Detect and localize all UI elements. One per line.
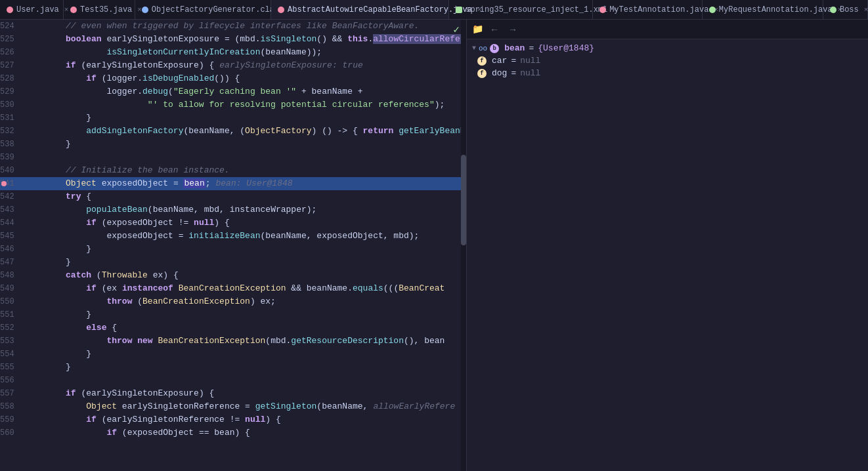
table-row: 556 xyxy=(0,374,466,387)
tab-label: AbstractAutowireCapableBeanFactory.java xyxy=(288,5,472,14)
tab-icon-class xyxy=(142,7,148,13)
line-number: 540 xyxy=(0,164,21,177)
table-row: 549 if (ex instanceof BeanCreationExcept… xyxy=(0,282,466,295)
table-row: 525 boolean earlySingletonExposure = (mb… xyxy=(0,33,466,46)
code-line: if (exposedObject == bean) { xyxy=(21,426,466,440)
line-number: 551 xyxy=(0,308,21,321)
tab-myrequestannotation-java[interactable]: MyRequestAnnotation.java × xyxy=(703,0,823,20)
code-line: if (ex instanceof BeanCreationException … xyxy=(21,282,466,295)
table-row: 555 } xyxy=(0,361,466,374)
tab-label: User.java xyxy=(16,5,59,14)
code-line: else { xyxy=(21,321,466,335)
tree-item-bean[interactable]: ▼ oo b bean = {User@1848} xyxy=(467,42,868,54)
tab-mytestannotation-java[interactable]: MyTestAnnotation.java × xyxy=(593,0,703,20)
tree-val-bean: {User@1848} xyxy=(538,43,594,53)
line-number: 560 xyxy=(0,426,21,440)
expand-icon: ▼ xyxy=(472,45,476,52)
table-row: 524 // even when triggered by lifecycle … xyxy=(0,20,466,33)
tab-test35-java[interactable]: Test35.java × xyxy=(64,0,135,20)
code-line: } xyxy=(21,138,466,151)
line-number: 555 xyxy=(0,361,21,374)
table-row: 542 try { xyxy=(0,190,466,203)
tab-icon-java4 xyxy=(599,7,606,13)
table-row: 558 Object earlySingletonReference = get… xyxy=(0,400,466,413)
code-line: if (logger.isDebugEnabled()) { xyxy=(21,72,466,85)
line-number: 548 xyxy=(0,269,21,282)
line-number: 530 xyxy=(0,98,21,112)
table-row: 553 throw new BeanCreationException(mbd.… xyxy=(0,335,466,348)
code-line: } xyxy=(21,112,466,125)
tab-boss-java[interactable]: Boss × xyxy=(823,0,868,20)
code-line: throw (BeanCreationException) ex; xyxy=(21,295,466,308)
debug-toolbar: 📁 ← → xyxy=(467,20,868,39)
line-number: 529 xyxy=(0,85,21,98)
code-line: if (exposedObject != null) { xyxy=(21,216,466,230)
line-number: 526 xyxy=(0,46,21,59)
line-number: 550 xyxy=(0,295,21,308)
tab-abstractautowire-java[interactable]: AbstractAutowireCapableBeanFactory.java … xyxy=(271,0,449,20)
table-row: 551 } xyxy=(0,308,466,321)
folder-icon: 📁 xyxy=(472,24,483,35)
table-row: 559 if (earlySingletonReference != null)… xyxy=(0,413,466,426)
debug-panel: 📁 ← → ▼ oo b bean = {User@1848} f car xyxy=(466,20,868,471)
table-row: 526 isSingletonCurrentlyInCreation(beanN… xyxy=(0,46,466,59)
line-number: 559 xyxy=(0,413,21,426)
line-number: 539 xyxy=(0,151,21,164)
code-table: 524 // even when triggered by lifecycle … xyxy=(0,20,466,440)
table-row: 530 "' to allow for resolving potential … xyxy=(0,98,466,112)
table-row: 547 } xyxy=(0,256,466,269)
table-row: 543 populateBean(beanName, mbd, instance… xyxy=(0,203,466,216)
code-line: if (earlySingletonExposure) { xyxy=(21,387,466,400)
tab-label: Boss xyxy=(840,5,859,14)
tab-icon-java2 xyxy=(70,7,77,13)
tab-objectfactory-class[interactable]: ObjectFactoryGenerator.class × xyxy=(135,0,271,20)
tab-spring35-xml[interactable]: spring35_resource_inject_1.xml × xyxy=(449,0,593,20)
code-line: addSingletonFactory(beanName, (ObjectFac… xyxy=(21,125,466,138)
line-number: 541 xyxy=(0,177,21,190)
code-line: isSingletonCurrentlyInCreation(beanName)… xyxy=(21,46,466,59)
code-editor[interactable]: ✓ 524 // even when triggered by lifecycl… xyxy=(0,20,466,471)
check-mark: ✓ xyxy=(453,23,460,36)
code-line: exposedObject = initializeBean(beanName,… xyxy=(21,230,466,243)
line-number: 532 xyxy=(0,125,21,138)
code-line: catch (Throwable ex) { xyxy=(21,269,466,282)
oo-icon: oo xyxy=(479,45,487,52)
tree-equals: = xyxy=(529,43,534,53)
line-number: 524 xyxy=(0,20,21,33)
line-number: 543 xyxy=(0,203,21,216)
debug-tree: ▼ oo b bean = {User@1848} f car = null f… xyxy=(467,39,868,471)
code-line: "' to allow for resolving potential circ… xyxy=(21,98,466,112)
table-row: 545 exposedObject = initializeBean(beanN… xyxy=(0,230,466,243)
bean-icon: b xyxy=(490,44,499,53)
tab-icon-green2 xyxy=(830,7,836,13)
tab-user-java[interactable]: User.java × xyxy=(0,0,64,20)
table-row: 540 // Initialize the bean instance. xyxy=(0,164,466,177)
line-number: 553 xyxy=(0,335,21,348)
tab-label: spring35_resource_inject_1.xml xyxy=(466,5,607,14)
line-number: 549 xyxy=(0,282,21,295)
tree-key-dog: dog xyxy=(492,68,507,78)
tab-label: ObjectFactoryGenerator.class xyxy=(152,5,284,14)
tab-label: Test35.java xyxy=(80,5,132,14)
line-number: 552 xyxy=(0,321,21,335)
table-row: 544 if (exposedObject != null) { xyxy=(0,216,466,230)
line-number: 538 xyxy=(0,138,21,151)
tree-item-car[interactable]: f car = null xyxy=(467,54,868,67)
tab-close[interactable]: × xyxy=(864,6,868,14)
code-line: } xyxy=(21,348,466,361)
scrollbar-track[interactable] xyxy=(461,20,466,471)
table-row: 528 if (logger.isDebugEnabled()) { xyxy=(0,72,466,85)
line-number: 527 xyxy=(0,59,21,72)
back-button[interactable]: ← xyxy=(487,23,502,36)
forward-button[interactable]: → xyxy=(506,23,520,36)
tab-icon-xml xyxy=(456,7,462,13)
scrollbar-thumb[interactable] xyxy=(461,155,466,245)
tree-item-dog[interactable]: f dog = null xyxy=(467,67,868,79)
code-line: // Initialize the bean instance. xyxy=(21,164,466,177)
line-number: 556 xyxy=(0,374,21,387)
tree-val-dog: null xyxy=(520,68,540,78)
line-number: 525 xyxy=(0,33,21,46)
code-line: Object exposedObject = bean;bean: User@1… xyxy=(21,177,466,190)
tree-equals-car: = xyxy=(511,56,516,66)
table-row: 539 xyxy=(0,151,466,164)
